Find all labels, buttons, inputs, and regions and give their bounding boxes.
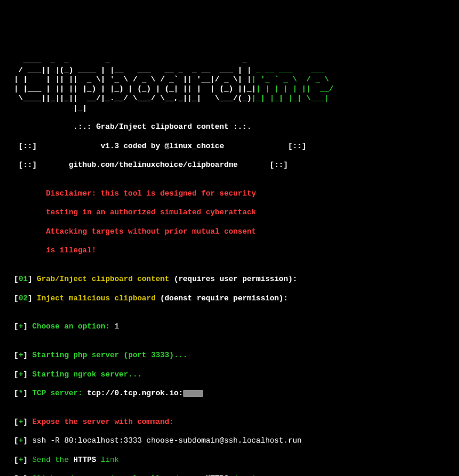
- disclaimer-l4: is illegal!: [9, 246, 450, 255]
- ssh-command: [+] ssh -R 80:localhost:3333 choose-subd…: [9, 436, 450, 446]
- disclaimer-l2: testing in an authorized simulated cyber…: [9, 208, 450, 217]
- menu-option-2: [02] Inject malicious clipboard (doenst …: [9, 294, 450, 303]
- choose-prompt[interactable]: [+] Choose an option: 1: [9, 322, 450, 331]
- status-ngrok: [+] Starting ngrok server...: [9, 370, 450, 379]
- send-https: [+] Send the HTTPS link: [9, 456, 450, 465]
- expose-label: [+] Expose the server with command:: [9, 417, 450, 427]
- ascii-banner: ____ _ _ _ _ / ___|| |(_) ____ | |__ ___…: [9, 56, 450, 113]
- disclaimer-l1: Disclaimer: this tool is designed for se…: [9, 189, 450, 198]
- status-php: [+] Starting php server (port 3333)...: [9, 351, 450, 360]
- redacted-port: xxxx: [183, 390, 203, 397]
- status-tcp: [*] TCP server: tcp://0.tcp.ngrok.io:xxx…: [9, 389, 450, 398]
- disclaimer-l3: Attacking targets without prior mutual c…: [9, 227, 450, 237]
- menu-option-1: [01] Grab/Inject clipboard content (requ…: [9, 275, 450, 284]
- header-version-row: [::] v1.3 coded by @linux_choice [::]: [9, 142, 450, 151]
- header-tagline: .:.: Grab/Inject clipboard content :.:.: [9, 122, 450, 132]
- header-repo-row: [::] github.com/thelinuxchoice/clipboard…: [9, 160, 450, 170]
